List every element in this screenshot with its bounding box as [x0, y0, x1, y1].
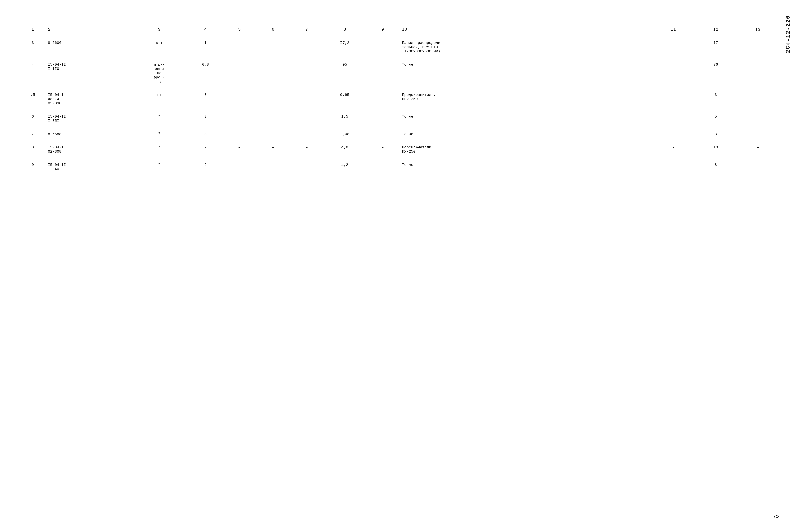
cell-row4-col12: 5 [694, 110, 737, 128]
cell-row1-col9: – [366, 36, 400, 58]
rotated-label: 2СЧ-12-220 [785, 15, 792, 53]
cell-row6-col6: – [256, 141, 290, 158]
cell-row7-col13: – [737, 158, 779, 176]
cell-row3-col3: шт [130, 88, 189, 110]
header-col13: I3 [737, 23, 779, 36]
cell-row3-col10: Предохранитель, ПН2-250 [399, 88, 652, 110]
cell-row2-col4: 0,8 [189, 58, 222, 88]
table-row: 78-6688"3–––I,08–То же–3– [20, 128, 779, 141]
cell-row7-col8: 4,2 [324, 158, 366, 176]
cell-row7-col6: – [256, 158, 290, 176]
cell-row5-col11: – [652, 128, 694, 141]
cell-row5-col12: 3 [694, 128, 737, 141]
cell-row5-col9: – [366, 128, 400, 141]
cell-row5-col5: – [222, 128, 256, 141]
cell-row2-col2: I5-04-II I-IIO [46, 58, 130, 88]
cell-row5-col10: То же [399, 128, 652, 141]
cell-row7-col1: 9 [20, 158, 46, 176]
cell-row1-col2: 8-6606 [46, 36, 130, 58]
cell-row5-col2: 8-6688 [46, 128, 130, 141]
header-col2: 2 [46, 23, 130, 36]
cell-row4-col4: 3 [189, 110, 222, 128]
cell-row2-col6: – [256, 58, 290, 88]
cell-row3-col7: – [290, 88, 324, 110]
cell-row2-col10: То же [399, 58, 652, 88]
cell-row7-col10: То же [399, 158, 652, 176]
cell-row6-col8: 4,8 [324, 141, 366, 158]
cell-row6-col11: – [652, 141, 694, 158]
cell-row6-col5: – [222, 141, 256, 158]
cell-row6-col12: IO [694, 141, 737, 158]
table-row: 4I5-04-II I-IIOм ши- рины по фрон- ту0,8… [20, 58, 779, 88]
cell-row1-col1: 3 [20, 36, 46, 58]
cell-row2-col8: 95 [324, 58, 366, 88]
cell-row3-col13: – [737, 88, 779, 110]
cell-row3-col8: 0,95 [324, 88, 366, 110]
cell-row4-col5: – [222, 110, 256, 128]
cell-row6-col7: – [290, 141, 324, 158]
table-row: .5I5-04-I доп.4 03-390шт3–––0,95–Предохр… [20, 88, 779, 110]
cell-row7-col5: – [222, 158, 256, 176]
header-col7: 7 [290, 23, 324, 36]
header-col10: IO [399, 23, 652, 36]
cell-row2-col9: – – [366, 58, 400, 88]
cell-row7-col9: – [366, 158, 400, 176]
cell-row6-col3: " [130, 141, 189, 158]
cell-row7-col3: " [130, 158, 189, 176]
cell-row6-col4: 2 [189, 141, 222, 158]
table-row: 6I5-04-II I-35I"3–––I,5–То же–5– [20, 110, 779, 128]
cell-row3-col2: I5-04-I доп.4 03-390 [46, 88, 130, 110]
cell-row4-col8: I,5 [324, 110, 366, 128]
cell-row6-col2: I5-04-I 02-308 [46, 141, 130, 158]
header-col12: I2 [694, 23, 737, 36]
cell-row7-col12: 8 [694, 158, 737, 176]
cell-row6-col9: – [366, 141, 400, 158]
cell-row4-col1: 6 [20, 110, 46, 128]
cell-row1-col11: – [652, 36, 694, 58]
table-row: 8I5-04-I 02-308"2–––4,8–Переключатели, П… [20, 141, 779, 158]
header-col4: 4 [189, 23, 222, 36]
cell-row1-col5: – [222, 36, 256, 58]
header-col6: 6 [256, 23, 290, 36]
cell-row4-col3: " [130, 110, 189, 128]
cell-row4-col9: – [366, 110, 400, 128]
cell-row1-col12: I7 [694, 36, 737, 58]
cell-row2-col1: 4 [20, 58, 46, 88]
cell-row3-col1: .5 [20, 88, 46, 110]
cell-row6-col13: – [737, 141, 779, 158]
header-col5: 5 [222, 23, 256, 36]
cell-row3-col4: 3 [189, 88, 222, 110]
cell-row7-col11: – [652, 158, 694, 176]
cell-row1-col13: – [737, 36, 779, 58]
cell-row5-col7: – [290, 128, 324, 141]
cell-row7-col4: 2 [189, 158, 222, 176]
cell-row1-col10: Панель распредели- тельная, ВРУ-РI3 (I70… [399, 36, 652, 58]
cell-row6-col1: 8 [20, 141, 46, 158]
cell-row1-col7: – [290, 36, 324, 58]
cell-row4-col13: – [737, 110, 779, 128]
cell-row3-col11: – [652, 88, 694, 110]
cell-row5-col6: – [256, 128, 290, 141]
table-row: 9I5-04-II I-340"2–––4,2–То же–8– [20, 158, 779, 176]
cell-row5-col4: 3 [189, 128, 222, 141]
header-col8: 8 [324, 23, 366, 36]
cell-row3-col12: 3 [694, 88, 737, 110]
cell-row5-col1: 7 [20, 128, 46, 141]
cell-row5-col8: I,08 [324, 128, 366, 141]
cell-row4-col10: То же [399, 110, 652, 128]
cell-row2-col11: – [652, 58, 694, 88]
cell-row4-col6: – [256, 110, 290, 128]
cell-row1-col6: – [256, 36, 290, 58]
cell-row2-col7: – [290, 58, 324, 88]
cell-row5-col3: " [130, 128, 189, 141]
cell-row2-col12: 76 [694, 58, 737, 88]
cell-row7-col2: I5-04-II I-340 [46, 158, 130, 176]
main-table: I 2 3 4 5 6 7 8 9 IO II I2 I3 38-6606к-т… [20, 22, 779, 176]
cell-row5-col13: – [737, 128, 779, 141]
cell-row2-col13: – [737, 58, 779, 88]
cell-row4-col7: – [290, 110, 324, 128]
cell-row1-col4: I [189, 36, 222, 58]
header-col11: II [652, 23, 694, 36]
cell-row1-col3: к-т [130, 36, 189, 58]
cell-row4-col2: I5-04-II I-35I [46, 110, 130, 128]
